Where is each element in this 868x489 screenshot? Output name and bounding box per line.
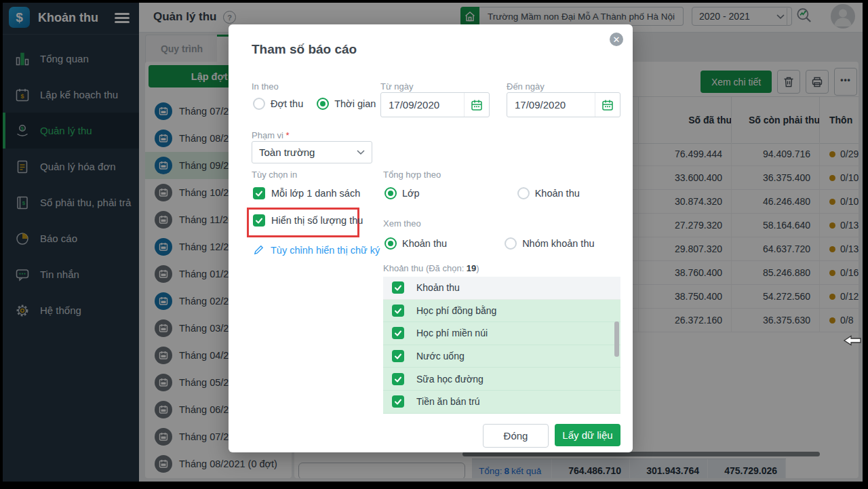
close-button[interactable]: Đóng <box>483 424 549 448</box>
fee-item-label: Học phí đồng bằng <box>416 305 496 316</box>
get-data-button[interactable]: Lấy dữ liệu <box>555 424 620 446</box>
checkbox-icon[interactable] <box>253 187 265 199</box>
radio-label: Đợt thu <box>271 98 303 109</box>
checkbox-icon[interactable] <box>392 305 404 317</box>
fee-item[interactable]: Khoản thu <box>383 277 620 300</box>
fee-item-label: Sữa học đường <box>416 374 484 385</box>
close-icon[interactable]: ✕ <box>610 33 623 46</box>
fee-item-label: Tiền ăn bán trú <box>416 396 480 407</box>
fee-list-label: Khoản thu (Đã chọn: 19) <box>383 263 479 273</box>
to-date-input[interactable]: 17/09/2020 <box>507 92 620 117</box>
checkbox-hien-thi-so-luong[interactable]: Hiển thị số lượng thu <box>253 214 363 227</box>
aggregate-options: Lớp Khoản thu <box>384 187 580 199</box>
pencil-icon <box>253 244 264 256</box>
radio-dot-thu[interactable] <box>253 98 265 110</box>
radio-label: Lớp <box>402 188 420 199</box>
print-by-options: Đợt thu Thời gian <box>253 98 376 110</box>
scope-value: Toàn trường <box>259 146 315 158</box>
required-asterisk: * <box>286 130 290 140</box>
radio-view-khoan-thu[interactable] <box>384 237 397 250</box>
calendar-icon[interactable] <box>464 93 489 117</box>
fee-item[interactable]: Học phí miền núi <box>383 322 620 345</box>
checkbox-icon[interactable] <box>392 395 404 408</box>
checkbox-icon[interactable] <box>253 214 265 227</box>
view-by-options: Khoản thu Nhóm khoản thu <box>384 237 595 250</box>
signature-settings-link[interactable]: Tùy chỉnh hiển thị chữ ký <box>253 244 380 256</box>
fee-item-label: Nước uống <box>416 351 465 361</box>
to-date-label: Đến ngày <box>507 81 545 92</box>
print-by-label: In theo <box>252 81 279 92</box>
signature-link-label: Tùy chỉnh hiển thị chữ ký <box>271 245 380 256</box>
fee-item-label: Khoản thu <box>416 282 460 293</box>
radio-khoan-thu[interactable] <box>517 187 530 199</box>
from-date-value: 17/09/2020 <box>381 99 464 111</box>
fee-item[interactable]: Học phí đồng bằng <box>383 300 620 323</box>
fee-item-label: Học phí miền núi <box>416 328 488 338</box>
fee-item[interactable]: Sữa học đường <box>383 368 620 391</box>
radio-lop[interactable] <box>384 187 397 199</box>
radio-thoi-gian[interactable] <box>317 98 329 110</box>
view-by-label: Xem theo <box>383 218 421 229</box>
print-options-label: Tùy chọn in <box>252 170 297 180</box>
checkbox-moi-lop[interactable]: Mỗi lớp 1 danh sách <box>253 187 360 199</box>
radio-label: Nhóm khoản thu <box>522 238 594 249</box>
from-date-input[interactable]: 17/09/2020 <box>380 92 490 117</box>
checkbox-label: Hiển thị số lượng thu <box>271 215 363 226</box>
checkbox-icon[interactable] <box>392 350 404 362</box>
modal-title: Tham số báo cáo <box>252 42 357 57</box>
fee-list-scrollbar[interactable] <box>614 321 619 357</box>
chevron-down-icon <box>357 150 365 155</box>
fee-item[interactable]: Tiền ăn bán trú <box>383 391 620 414</box>
app-window: $ Khoản thu Tổng quan$Lập kế hoạch thu$Q… <box>3 3 863 482</box>
resize-cursor <box>844 334 861 349</box>
checkbox-icon[interactable] <box>392 327 404 339</box>
scope-label: Phạm vi * <box>252 130 290 140</box>
from-date-label: Từ ngày <box>380 81 413 92</box>
scope-dropdown[interactable]: Toàn trường <box>252 141 372 163</box>
aggregate-label: Tổng hợp theo <box>383 170 441 180</box>
radio-label: Thời gian <box>334 98 376 109</box>
radio-nhom-khoan-thu[interactable] <box>505 237 517 250</box>
fee-list: Khoản thuHọc phí đồng bằngHọc phí miền n… <box>383 277 620 414</box>
radio-label: Khoản thu <box>535 188 580 199</box>
calendar-icon[interactable] <box>595 93 620 117</box>
checkbox-icon[interactable] <box>392 373 404 385</box>
fee-item[interactable]: Nước uống <box>383 345 620 368</box>
checkbox-label: Mỗi lớp 1 danh sách <box>271 188 360 199</box>
radio-label: Khoản thu <box>402 238 447 249</box>
report-params-modal: Tham số báo cáo ✕ In theo Đợt thu Thời g… <box>229 24 633 452</box>
to-date-value: 17/09/2020 <box>507 99 595 111</box>
checkbox-icon[interactable] <box>392 281 404 294</box>
